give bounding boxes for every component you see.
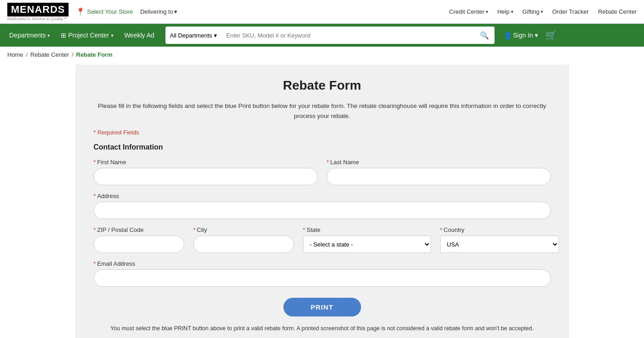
top-bar: MENARDS Dedicated to Service & Quality™ …	[0, 0, 644, 24]
store-selector[interactable]: 📍 Select Your Store	[76, 7, 133, 16]
location-pin-icon: 📍	[76, 7, 85, 16]
chevron-down-icon: ▾	[486, 9, 488, 14]
email-label: *Email Address	[94, 260, 551, 267]
weekly-ad-label: Weekly Ad	[124, 32, 154, 39]
state-group: *State - Select a state - Alabama Alaska…	[303, 226, 431, 253]
sign-in-label: Sign In	[513, 32, 533, 39]
project-center-nav[interactable]: ⊞ Project Center ▾	[57, 24, 117, 47]
top-right-nav: Credit Center ▾ Help ▾ Gifting ▾ Order T…	[449, 8, 637, 15]
contact-info-title: Contact Information	[94, 143, 551, 151]
city-label: *City	[193, 226, 294, 233]
first-name-label: *First Name	[94, 159, 318, 166]
required-fields-note: * Required Fields	[94, 129, 551, 136]
brand-tagline: Dedicated to Service & Quality™	[7, 16, 67, 21]
grid-icon: ⊞	[61, 32, 66, 39]
country-select[interactable]: USA Canada	[440, 236, 559, 253]
email-row: *Email Address	[94, 260, 551, 287]
weekly-ad-nav[interactable]: Weekly Ad	[121, 24, 158, 47]
logo: MENARDS Dedicated to Service & Quality™	[7, 3, 69, 21]
search-icon: 🔍	[480, 32, 489, 39]
search-button[interactable]: 🔍	[474, 27, 495, 44]
form-title: Rebate Form	[94, 78, 551, 93]
credit-center-link[interactable]: Credit Center ▾	[449, 8, 488, 15]
last-name-group: *Last Name	[327, 159, 551, 185]
last-name-input[interactable]	[327, 168, 551, 185]
project-center-label: Project Center	[68, 32, 109, 39]
print-note: You must select the blue PRINT button ab…	[94, 324, 551, 333]
departments-label: Departments	[9, 32, 46, 39]
delivering-label: Delivering to	[140, 8, 173, 15]
zip-label: *ZIP / Postal Code	[94, 226, 184, 233]
chevron-down-icon: ▾	[174, 8, 177, 15]
breadcrumb-home[interactable]: Home	[7, 51, 23, 58]
search-input[interactable]	[222, 27, 474, 44]
address-row: *Address	[94, 193, 551, 219]
chevron-down-icon: ▾	[511, 9, 513, 14]
zip-input[interactable]	[94, 236, 184, 253]
search-category-dropdown[interactable]: All Departments ▾	[165, 27, 222, 44]
address-input[interactable]	[94, 202, 551, 219]
breadcrumb-separator: /	[26, 51, 28, 58]
chevron-down-icon: ▾	[535, 32, 538, 39]
chevron-down-icon: ▾	[214, 32, 217, 39]
state-select[interactable]: - Select a state - Alabama Alaska Arizon…	[303, 236, 431, 253]
location-row: *ZIP / Postal Code *City *State - Select…	[94, 226, 551, 253]
cart-button[interactable]: 🛒	[545, 30, 557, 41]
print-button[interactable]: PRINT	[283, 298, 361, 317]
country-label: *Country	[440, 226, 559, 233]
breadcrumb-rebate-center[interactable]: Rebate Center	[30, 51, 69, 58]
brand-name: MENARDS	[7, 3, 69, 16]
breadcrumb: Home / Rebate Center / Rebate Form	[0, 47, 644, 63]
city-input[interactable]	[193, 236, 294, 253]
city-group: *City	[193, 226, 294, 253]
address-group: *Address	[94, 193, 551, 219]
store-selector-label: Select Your Store	[87, 8, 133, 15]
chevron-down-icon: ▾	[111, 33, 113, 38]
zip-group: *ZIP / Postal Code	[94, 226, 184, 253]
form-description: Please fill in the following fields and …	[94, 101, 551, 121]
breadcrumb-current: Rebate Form	[76, 51, 112, 58]
help-link[interactable]: Help ▾	[497, 8, 513, 15]
search-container: All Departments ▾ 🔍	[165, 27, 495, 44]
rebate-center-link[interactable]: Rebate Center	[598, 8, 637, 15]
chevron-down-icon: ▾	[541, 9, 543, 14]
user-icon: 👤	[504, 32, 511, 39]
address-label: *Address	[94, 193, 551, 199]
name-row: *First Name *Last Name	[94, 159, 551, 185]
first-name-input[interactable]	[94, 168, 318, 185]
green-nav-bar: Departments ▾ ⊞ Project Center ▾ Weekly …	[0, 24, 644, 47]
email-input[interactable]	[94, 269, 551, 287]
last-name-label: *Last Name	[327, 159, 551, 166]
gifting-link[interactable]: Gifting ▾	[522, 8, 543, 15]
departments-nav[interactable]: Departments ▾	[5, 24, 53, 47]
search-category-label: All Departments	[170, 32, 212, 39]
print-note-text: You must select the blue PRINT button ab…	[111, 325, 534, 332]
email-group: *Email Address	[94, 260, 551, 287]
first-name-group: *First Name	[94, 159, 318, 185]
order-tracker-link[interactable]: Order Tracker	[552, 8, 589, 15]
state-label: *State	[303, 226, 431, 233]
delivering-to[interactable]: Delivering to ▾	[140, 8, 177, 15]
country-group: *Country USA Canada	[440, 226, 559, 253]
breadcrumb-separator: /	[72, 51, 74, 58]
rebate-form-container: Rebate Form Please fill in the following…	[75, 64, 569, 338]
chevron-down-icon: ▾	[48, 33, 50, 38]
sign-in-button[interactable]: 👤 Sign In ▾	[504, 32, 538, 39]
